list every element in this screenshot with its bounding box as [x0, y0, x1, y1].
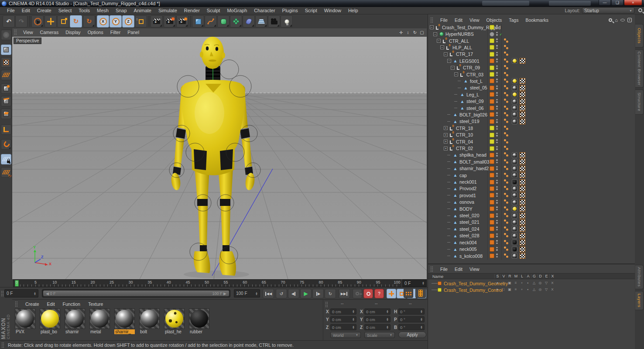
pos-z-field[interactable]: 0 cm▲▼ — [330, 324, 356, 330]
object-tree-row[interactable]: ▲steel_019 — [428, 118, 635, 125]
material-tag-icon[interactable] — [512, 119, 517, 124]
expression-tag-icon[interactable] — [504, 159, 509, 164]
visibility-dots[interactable] — [496, 65, 498, 70]
filter-icon[interactable] — [620, 19, 625, 21]
mesh-object-icon[interactable]: ▲ — [463, 79, 469, 83]
mesh-object-icon[interactable]: ▲ — [452, 173, 458, 178]
expression-tag-icon[interactable] — [504, 51, 509, 57]
object-tree-row[interactable]: ▲steel_021 — [428, 219, 635, 226]
visibility-dots[interactable] — [496, 193, 498, 198]
object-tree-row[interactable]: ▲s_kolco008 — [428, 253, 635, 259]
object-name[interactable]: BODY — [459, 206, 473, 212]
material-name[interactable]: plast_bo — [40, 329, 60, 334]
visibility-dots[interactable] — [496, 52, 498, 57]
expression-tag-icon[interactable] — [504, 233, 509, 238]
expression-tag-icon[interactable] — [504, 152, 509, 157]
undo-button[interactable]: ↶ — [3, 15, 15, 27]
object-name[interactable]: cap — [459, 173, 467, 178]
tab-structure[interactable]: Structure — [635, 89, 644, 115]
mesh-object-icon[interactable]: ▲ — [452, 247, 458, 252]
visibility-dots[interactable] — [496, 119, 498, 124]
material-thumbnail[interactable] — [189, 308, 209, 329]
layer-toggle-icon[interactable]: ≡ — [513, 287, 519, 291]
size-x-field[interactable]: 0 cm▲▼ — [364, 308, 391, 315]
menu-item[interactable]: Tools — [75, 8, 93, 13]
layer-color-chip[interactable] — [490, 206, 494, 211]
object-tree-row[interactable]: −0CTR_03 — [428, 71, 635, 78]
add-floor-button[interactable] — [255, 15, 267, 27]
object-tree-row[interactable]: ▲BOLT_big026 — [428, 111, 635, 118]
add-hypernurbs-button[interactable] — [217, 15, 230, 27]
expression-tag-icon[interactable] — [504, 85, 509, 90]
viewport-menu-item[interactable]: Panel — [124, 30, 143, 35]
object-tree-row[interactable]: ▲steel_06 — [428, 105, 635, 111]
object-name[interactable]: steel_028 — [459, 233, 480, 238]
object-name[interactable]: steel_05 — [470, 85, 487, 90]
layer-toggle-icon[interactable]: ∘ — [519, 287, 525, 291]
layer-toggle-icon[interactable]: ▣ — [507, 287, 513, 291]
object-tree-row[interactable]: −0Crash_Test_Dummy_Rigged — [428, 24, 635, 31]
null-object-icon[interactable]: 0 — [449, 144, 455, 152]
coordinate-system-button[interactable] — [135, 15, 147, 27]
object-name[interactable]: sharnir_haed2 — [459, 166, 489, 171]
material-thumbnail[interactable] — [139, 308, 160, 329]
layer-toggle-icon[interactable]: ∘ — [519, 281, 525, 285]
visibility-dots[interactable] — [496, 253, 498, 258]
object-manager-menu-item[interactable]: Bookmarks — [522, 17, 552, 23]
uvw-tag-icon[interactable] — [520, 192, 525, 198]
material-tag-icon[interactable] — [512, 58, 517, 64]
object-name[interactable]: neck001 — [459, 179, 477, 185]
visibility-dots[interactable] — [496, 233, 498, 238]
object-name[interactable]: foot_L — [470, 79, 483, 84]
mesh-object-icon[interactable]: ▲ — [452, 220, 458, 225]
last-used-tool-button[interactable]: ↻ — [83, 15, 95, 27]
menu-item[interactable]: MoGraph — [223, 8, 250, 13]
object-name[interactable]: neck005 — [459, 246, 477, 252]
expression-tag-icon[interactable] — [504, 186, 509, 191]
panel-grip[interactable] — [15, 301, 18, 307]
object-name[interactable]: CTR_03 — [466, 72, 483, 77]
material-tag-icon[interactable] — [512, 99, 517, 104]
layer-color-chip[interactable] — [490, 119, 494, 124]
object-name[interactable]: CTR_17 — [456, 51, 473, 57]
close-button[interactable]: × — [624, 0, 642, 6]
object-manager-menu-item[interactable]: View — [466, 17, 483, 23]
add-icon[interactable]: + — [627, 18, 632, 22]
layer-color-chip[interactable] — [438, 281, 442, 285]
visibility-dots[interactable] — [496, 159, 498, 164]
menu-item[interactable]: Character — [250, 8, 278, 13]
add-light-button[interactable] — [281, 15, 293, 27]
transform-mode-dropdown[interactable]: Scale▼ — [364, 332, 395, 338]
visibility-dots[interactable] — [496, 173, 498, 178]
object-tree-row[interactable]: ▲neck001 — [428, 178, 635, 185]
expression-tag-icon[interactable] — [504, 246, 509, 252]
uvw-tag-icon[interactable] — [520, 112, 525, 117]
menu-item[interactable]: Sculpt — [203, 8, 224, 13]
material-tag-icon[interactable] — [512, 172, 517, 178]
menu-item[interactable]: Animate — [130, 8, 155, 13]
material-thumbnail[interactable] — [40, 308, 60, 329]
object-name[interactable]: CTR_18 — [456, 126, 473, 131]
play-button[interactable]: ▶ — [300, 289, 312, 298]
previous-frame-button[interactable]: ◀ — [288, 289, 299, 298]
visibility-dots[interactable] — [496, 92, 498, 97]
texture-mode-button[interactable] — [1, 57, 11, 68]
uvw-tag-icon[interactable] — [520, 246, 525, 252]
pos-y-field[interactable]: 0 cm▲▼ — [330, 316, 356, 322]
visibility-dots[interactable] — [496, 186, 498, 191]
goto-start-button[interactable]: ◀◀ — [263, 289, 274, 298]
make-editable-button[interactable] — [1, 30, 11, 40]
menu-item[interactable]: Simulate — [155, 8, 181, 13]
mesh-object-icon[interactable]: ▲ — [452, 180, 458, 185]
uvw-tag-icon[interactable] — [520, 159, 525, 164]
next-key-button[interactable]: ↻ — [325, 289, 336, 298]
uvw-tag-icon[interactable] — [520, 152, 525, 158]
visibility-dots[interactable] — [496, 213, 498, 218]
layer-color-chip[interactable] — [490, 193, 494, 198]
object-tree-row[interactable]: −0HLP_ALL — [428, 44, 635, 51]
visibility-dots[interactable] — [496, 72, 498, 77]
object-manager-menu-item[interactable]: Tags — [505, 17, 522, 23]
object-name[interactable]: shpilka_head — [459, 152, 486, 157]
expression-tag-icon[interactable] — [504, 99, 509, 104]
tree-expand-toggle[interactable]: − — [437, 39, 441, 43]
